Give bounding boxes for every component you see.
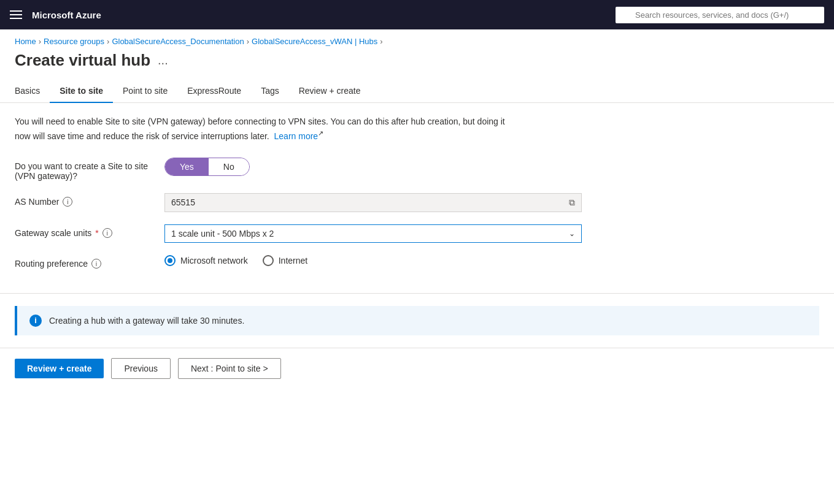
tab-content: You will need to enable Site to site (VP… bbox=[0, 103, 834, 293]
as-number-input[interactable] bbox=[171, 197, 569, 207]
review-create-button[interactable]: Review + create bbox=[15, 359, 104, 378]
breadcrumb: Home › Resource groups › GlobalSecureAcc… bbox=[0, 29, 834, 46]
as-number-label: AS Number i bbox=[15, 193, 150, 207]
hamburger-menu[interactable] bbox=[10, 10, 22, 19]
breadcrumb-documentation[interactable]: GlobalSecureAccess_Documentation bbox=[112, 37, 244, 46]
breadcrumb-vwan-hubs[interactable]: GlobalSecureAccess_vWAN | Hubs bbox=[252, 37, 377, 46]
yes-no-toggle: Yes No bbox=[164, 158, 250, 176]
section-divider bbox=[0, 293, 834, 294]
vpn-toggle-area: Yes No bbox=[164, 158, 582, 176]
dropdown-arrow-icon: ⌄ bbox=[569, 229, 575, 238]
search-input[interactable] bbox=[616, 7, 824, 23]
tab-basics[interactable]: Basics bbox=[15, 80, 50, 103]
tab-point-to-site[interactable]: Point to site bbox=[113, 80, 177, 103]
radio-microsoft-network-label: Microsoft network bbox=[180, 256, 248, 265]
routing-radio-group: Microsoft network Internet bbox=[164, 255, 582, 266]
search-wrapper: 🔍 bbox=[616, 7, 824, 23]
toggle-no[interactable]: No bbox=[209, 158, 249, 175]
app-title: Microsoft Azure bbox=[32, 10, 606, 20]
info-banner-icon: i bbox=[29, 315, 42, 327]
gateway-scale-control: 1 scale unit - 500 Mbps x 2 ⌄ bbox=[164, 224, 582, 243]
info-banner-text: Creating a hub with a gateway will take … bbox=[49, 316, 244, 326]
required-marker: * bbox=[95, 228, 98, 238]
routing-pref-label: Routing preference i bbox=[15, 255, 150, 269]
as-number-input-wrapper: ⧉ bbox=[164, 193, 582, 212]
page-title: Create virtual hub bbox=[15, 51, 150, 70]
radio-microsoft-network-circle bbox=[164, 255, 176, 266]
tab-review-create[interactable]: Review + create bbox=[289, 80, 371, 103]
info-text: You will need to enable Site to site (VP… bbox=[15, 115, 518, 143]
routing-pref-row: Routing preference i Microsoft network I… bbox=[15, 255, 819, 269]
learn-more-link[interactable]: Learn more bbox=[274, 131, 319, 141]
gateway-scale-info-icon[interactable]: i bbox=[102, 228, 112, 238]
info-banner: i Creating a hub with a gateway will tak… bbox=[15, 306, 819, 335]
main-container: Home › Resource groups › GlobalSecureAcc… bbox=[0, 29, 834, 504]
breadcrumb-sep-1: › bbox=[39, 37, 41, 46]
gateway-scale-label: Gateway scale units * i bbox=[15, 224, 150, 238]
toggle-yes[interactable]: Yes bbox=[165, 158, 209, 175]
vpn-gateway-label: Do you want to create a Site to site (VP… bbox=[15, 158, 150, 181]
breadcrumb-sep-3: › bbox=[247, 37, 249, 46]
as-number-info-icon[interactable]: i bbox=[63, 197, 72, 207]
radio-internet-circle bbox=[263, 255, 274, 266]
tab-tags[interactable]: Tags bbox=[251, 80, 289, 103]
copy-icon[interactable]: ⧉ bbox=[569, 197, 575, 208]
breadcrumb-sep-2: › bbox=[107, 37, 109, 46]
external-link-icon: ↗ bbox=[318, 129, 323, 137]
radio-internet[interactable]: Internet bbox=[263, 255, 307, 266]
gateway-scale-row: Gateway scale units * i 1 scale unit - 5… bbox=[15, 224, 819, 243]
gateway-scale-dropdown[interactable]: 1 scale unit - 500 Mbps x 2 ⌄ bbox=[164, 224, 582, 243]
routing-pref-info-icon[interactable]: i bbox=[91, 259, 101, 269]
page-title-row: Create virtual hub ... bbox=[0, 46, 834, 80]
bottom-bar: Review + create Previous Next : Point to… bbox=[0, 348, 834, 389]
topbar: Microsoft Azure 🔍 bbox=[0, 0, 834, 29]
breadcrumb-resource-groups[interactable]: Resource groups bbox=[44, 37, 104, 46]
tabs-container: Basics Site to site Point to site Expres… bbox=[0, 80, 834, 103]
breadcrumb-home[interactable]: Home bbox=[15, 37, 36, 46]
tab-site-to-site[interactable]: Site to site bbox=[50, 80, 113, 103]
info-banner-wrapper: i Creating a hub with a gateway will tak… bbox=[0, 306, 834, 335]
tab-expressroute[interactable]: ExpressRoute bbox=[177, 80, 251, 103]
routing-pref-control: Microsoft network Internet bbox=[164, 255, 582, 266]
page-title-menu[interactable]: ... bbox=[158, 53, 168, 67]
vpn-gateway-row: Do you want to create a Site to site (VP… bbox=[15, 158, 819, 181]
radio-internet-label: Internet bbox=[279, 256, 307, 265]
previous-button[interactable]: Previous bbox=[111, 358, 170, 379]
next-button[interactable]: Next : Point to site > bbox=[178, 358, 281, 379]
radio-microsoft-network[interactable]: Microsoft network bbox=[164, 255, 248, 266]
as-number-row: AS Number i ⧉ bbox=[15, 193, 819, 212]
as-number-control: ⧉ bbox=[164, 193, 582, 212]
breadcrumb-sep-4: › bbox=[380, 37, 382, 46]
